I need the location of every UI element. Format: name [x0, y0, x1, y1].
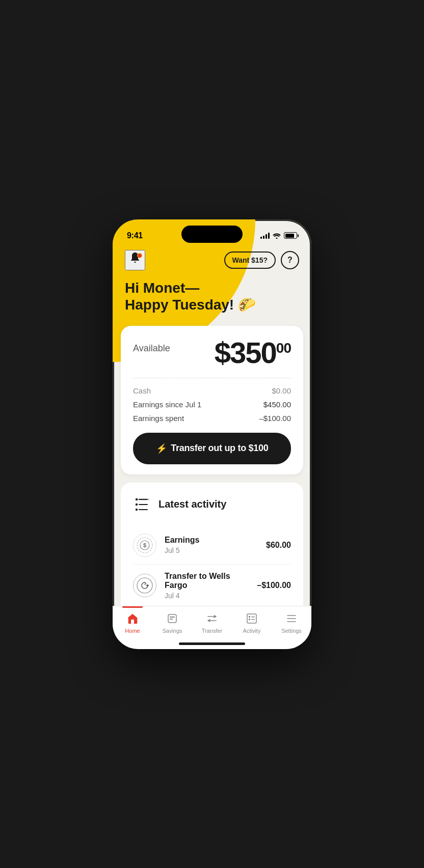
svg-rect-4: [139, 504, 148, 505]
svg-rect-2: [139, 499, 148, 500]
svg-text:$: $: [143, 542, 146, 548]
activity-card: Latest activity $ Earnings Jul 5: [121, 483, 303, 608]
signal-bars-icon: [260, 233, 270, 239]
battery-icon: [284, 232, 297, 239]
item-info-1: Transfer to Wells Fargo Jul 4: [165, 572, 249, 600]
activity-header: Latest activity: [133, 495, 291, 514]
available-dollars: $350: [215, 336, 276, 369]
detail-rows: Cash $0.00 Earnings since Jul 1 $450.00 …: [133, 386, 291, 423]
header: Want $15? ? Hi Monet—Happy Tuesday! 🌮: [113, 245, 311, 326]
item-date-1: Jul 4: [165, 592, 249, 600]
cash-value: $0.00: [272, 386, 291, 395]
svg-rect-16: [170, 617, 175, 618]
earnings-spent-row: Earnings spent –$100.00: [133, 414, 291, 423]
phone-shell: 9:41: [113, 219, 311, 649]
cash-row: Cash $0.00: [133, 386, 291, 395]
header-top: Want $15? ?: [125, 250, 299, 270]
svg-rect-5: [136, 509, 138, 511]
balance-divider: [133, 378, 291, 378]
home-icon: [126, 611, 139, 626]
nav-item-transfer[interactable]: Transfer: [197, 611, 227, 634]
item-amount-1: –$100.00: [257, 581, 291, 590]
svg-rect-1: [136, 498, 138, 500]
svg-rect-20: [251, 617, 255, 618]
notification-dot: [137, 253, 142, 258]
svg-rect-18: [247, 614, 256, 623]
nav-item-savings[interactable]: Savings: [157, 611, 188, 634]
available-cents: 00: [276, 340, 291, 355]
available-row: Available $35000: [133, 338, 291, 368]
status-time: 9:41: [127, 231, 143, 240]
activity-title: Latest activity: [158, 498, 226, 510]
cash-label: Cash: [133, 386, 151, 395]
nav-label-transfer: Transfer: [202, 628, 223, 634]
item-name-1: Transfer to Wells Fargo: [165, 572, 249, 590]
earnings-since-value: $450.00: [263, 400, 291, 409]
settings-nav-icon: [285, 611, 298, 626]
nav-item-settings[interactable]: Settings: [276, 611, 307, 634]
header-right: Want $15? ?: [224, 251, 300, 269]
home-indicator: [179, 642, 245, 645]
svg-rect-22: [251, 619, 255, 620]
earnings-spent-label: Earnings spent: [133, 414, 184, 423]
balance-card: Available $35000 Cash $0.00 Earnings sin…: [121, 326, 303, 474]
dynamic-island: [181, 226, 243, 243]
nav-label-home: Home: [125, 628, 140, 634]
activity-nav-icon: [246, 611, 258, 626]
nav-label-settings: Settings: [281, 628, 302, 634]
transfer-button[interactable]: ⚡ Transfer out up to $100: [133, 433, 291, 464]
item-date-0: Jul 5: [165, 546, 258, 554]
svg-rect-6: [139, 509, 148, 510]
want-money-button[interactable]: Want $15?: [224, 251, 276, 269]
svg-rect-19: [249, 616, 250, 618]
earnings-since-row: Earnings since Jul 1 $450.00: [133, 400, 291, 409]
earnings-icon-0: $: [133, 534, 156, 557]
transfer-icon-1: [133, 574, 156, 597]
scroll-content[interactable]: Want $15? ? Hi Monet—Happy Tuesday! 🌮 Av…: [113, 245, 311, 608]
activity-header-icon: [133, 495, 152, 514]
item-name-0: Earnings: [165, 536, 258, 545]
activity-item-1[interactable]: Transfer to Wells Fargo Jul 4 –$100.00: [133, 565, 291, 607]
lightning-icon: ⚡: [156, 443, 167, 454]
wifi-icon: [273, 233, 281, 239]
help-button[interactable]: ?: [281, 251, 299, 269]
svg-rect-17: [170, 619, 173, 620]
svg-point-10: [137, 578, 152, 593]
nav-label-savings: Savings: [162, 628, 182, 634]
svg-rect-14: [131, 620, 134, 624]
transfer-nav-icon: [206, 611, 218, 626]
activity-item-0[interactable]: $ Earnings Jul 5 $60.00: [133, 526, 291, 565]
savings-icon: [166, 611, 178, 626]
status-icons: [260, 232, 297, 239]
nav-label-activity: Activity: [243, 628, 261, 634]
item-amount-0: $60.00: [266, 541, 291, 550]
earnings-spent-value: –$100.00: [259, 414, 291, 423]
nav-active-indicator: [122, 606, 143, 608]
available-amount: $35000: [215, 338, 291, 368]
svg-rect-3: [136, 503, 138, 506]
nav-item-activity[interactable]: Activity: [236, 611, 267, 634]
nav-item-home[interactable]: Home: [117, 611, 148, 634]
greeting-text: Hi Monet—Happy Tuesday! 🌮: [125, 279, 299, 314]
available-label: Available: [133, 338, 170, 354]
item-info-0: Earnings Jul 5: [165, 536, 258, 554]
transfer-btn-label: Transfer out up to $100: [171, 443, 268, 454]
earnings-since-label: Earnings since Jul 1: [133, 400, 201, 409]
notification-button[interactable]: [125, 250, 145, 270]
svg-rect-21: [249, 619, 250, 620]
